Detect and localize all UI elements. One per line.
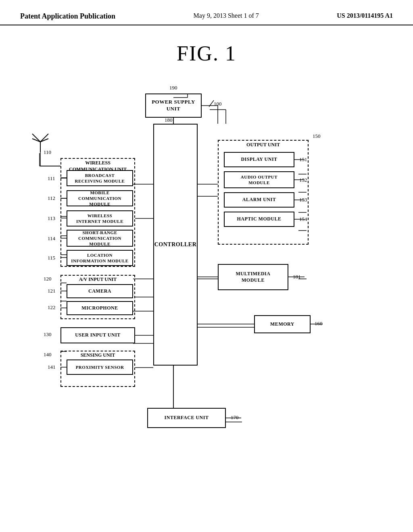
haptic-box: HAPTIC MODULE [224, 212, 294, 227]
audio-output-box: AUDIO OUTPUT MODULE [224, 171, 294, 188]
ref114-label: 114 [48, 235, 55, 242]
broadcast-box: BROADCAST RECEIVING MODULE [67, 170, 133, 186]
power-supply-box: POWER SUPPLY UNIT [145, 94, 202, 118]
short-range-box: SHORT-RANGE COMMUNICATION MODULE [67, 230, 133, 247]
display-box: DISPLAY UNIT [224, 152, 294, 167]
microphone-box: MICROPHONE [67, 301, 133, 315]
ref160-label: 160 [315, 320, 323, 327]
figure-title: FIG. 1 [0, 42, 413, 65]
ref140-label: 140 [44, 351, 52, 358]
ref190-label: 190 [169, 85, 177, 91]
wireless-internet-box: WIRELESS INTERNET MODULE [67, 210, 133, 227]
av-input-label: A/V INPUT UNIT [65, 276, 131, 283]
ref180-label: 180 [165, 117, 173, 123]
ref130-label: 130 [44, 331, 52, 338]
svg-line-31 [209, 100, 214, 107]
multimedia-box: MULTIMEDIA MODULE [218, 264, 288, 290]
diagram-container: POWER SUPPLY UNIT 190 100 CONTROLLER 180… [0, 77, 413, 521]
ref115-label: 115 [48, 255, 55, 261]
ref111-label: 111 [48, 175, 55, 182]
ref110-label: 110 [44, 149, 51, 156]
ref120-label: 120 [44, 276, 52, 282]
page-header: Patent Application Publication May 9, 20… [0, 0, 413, 25]
ref100-slash [209, 100, 217, 108]
sensing-unit-label: SENSING UNIT [65, 352, 131, 358]
ref170-label: 170 [231, 414, 239, 421]
controller-box: CONTROLLER [153, 124, 198, 366]
ref141-label: 141 [48, 364, 56, 370]
publication-label: Patent Application Publication [20, 12, 115, 21]
interface-box: INTERFACE UNIT [147, 408, 226, 428]
ref154-label: 154 [299, 216, 307, 222]
ref152-label: 152 [299, 177, 307, 183]
output-unit-label: OUTPUT UNIT [222, 142, 305, 148]
ref153-label: 153 [299, 197, 307, 203]
ref181-label: 181 [293, 274, 301, 280]
alarm-box: ALARM UNIT [224, 192, 294, 208]
location-box: LOCATION INFORMATION MODULE [67, 250, 133, 266]
sheet-info: May 9, 2013 Sheet 1 of 7 [194, 12, 259, 19]
mobile-comm-box: MOBILE COMMUNICATION MODULE [67, 190, 133, 206]
ref121-label: 121 [48, 288, 56, 294]
ref122-label: 122 [48, 304, 56, 311]
patent-number: US 2013/0114195 A1 [337, 12, 393, 19]
ref150-label: 150 [313, 133, 321, 139]
ref112-label: 112 [48, 195, 55, 202]
ref151-label: 151 [299, 156, 307, 163]
ref113-label: 113 [48, 215, 55, 222]
camera-box: CAMERA [67, 284, 133, 298]
proximity-box: PROXIMITY SENSOR [67, 360, 133, 375]
user-input-box: USER INPUT UNIT [60, 327, 135, 343]
memory-box: MEMORY [254, 315, 311, 333]
